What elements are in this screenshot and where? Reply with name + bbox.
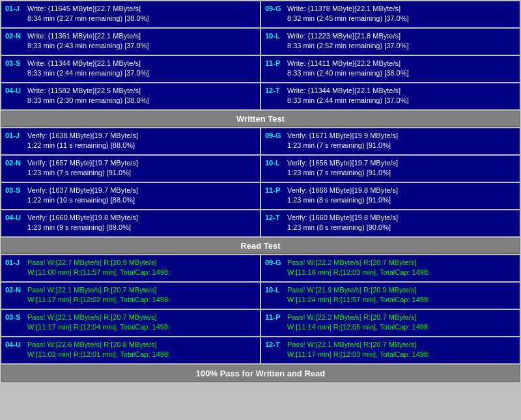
write-grid: 01-J Write: {11645 MByte}[22.7 MByte/s] … (1, 1, 520, 109)
device-id-09g-v: 09-G (265, 131, 285, 141)
device-id-03s-w: 03-S (5, 59, 25, 68)
device-id-12t-v: 12-T (265, 213, 285, 223)
verify-row-11p: 11-P Verify: {1666 MByte}[19.8 MByte/s] … (261, 183, 520, 209)
verify-content-09g: Verify: {1671 MByte}[19.9 MByte/s] 1:23 … (287, 131, 398, 151)
pass-content-01j: Pass! W:[22.7 MByte/s] R:[20.9 MByte/s] … (27, 258, 170, 278)
write-content-01j: Write: {11645 MByte}[22.7 MByte/s] 8:34 … (27, 4, 148, 24)
pass-content-09g: Pass! W:[22.2 MByte/s] R:[20.7 MByte/s] … (287, 258, 430, 278)
verify-content-10l: Verify: {1656 MByte}[19.7 MByte/s] 1:23 … (287, 158, 398, 178)
device-id-11p-v: 11-P (265, 186, 285, 195)
pass-row-12t: 12-T Pass! W:[22.1 MByte/s] R:[20.7 MByt… (261, 337, 520, 363)
pass-row-03s: 03-S Pass! W:[22.1 MByte/s] R:[20.7 MByt… (1, 310, 260, 336)
pass-row-09g: 09-G Pass! W:[22.2 MByte/s] R:[20.7 MByt… (261, 255, 520, 281)
device-id-10l-w: 10-L (265, 31, 285, 41)
verify-row-03s: 03-S Verify: {1637 MByte}[19.7 MByte/s] … (1, 183, 260, 209)
bottom-status-bar: 100% Pass for Written and Read (1, 365, 520, 382)
device-id-10l-p: 10-L (265, 285, 285, 295)
verify-row-12t: 12-T Verify: {1660 MByte}[19.8 MByte/s] … (261, 210, 520, 236)
verify-section: 01-J Verify: {1638 MByte}[19.7 MByte/s] … (1, 128, 520, 236)
write-content-04u: Write: {11582 MByte}[22.5 MByte/s] 8:33 … (27, 86, 148, 106)
device-id-02n-p: 02-N (5, 285, 25, 295)
pass-content-10l: Pass! W:[21.9 MByte/s] R:[20.9 MByte/s] … (287, 285, 430, 305)
pass-row-04u: 04-U Pass! W:[22.6 MByte/s] R:[20.8 MByt… (1, 337, 260, 363)
pass-content-04u: Pass! W:[22.6 MByte/s] R:[20.8 MByte/s] … (27, 340, 170, 360)
device-id-04u-p: 04-U (5, 340, 25, 350)
main-container: 01-J Write: {11645 MByte}[22.7 MByte/s] … (0, 0, 521, 384)
verify-content-03s: Verify: {1637 MByte}[19.7 MByte/s] 1:22 … (27, 186, 138, 206)
pass-left-col: 01-J Pass! W:[22.7 MByte/s] R:[20.9 MByt… (1, 255, 260, 363)
write-content-10l: Write: {11223 MByte}[21.8 MByte/s] 8:33 … (287, 31, 408, 51)
verify-content-02n: Verify: {1657 MByte}[19.7 MByte/s] 1:23 … (27, 158, 138, 178)
verify-content-04u: Verify: {1660 MByte}[19.8 MByte/s] 1:23 … (27, 213, 138, 233)
verify-row-04u: 04-U Verify: {1660 MByte}[19.8 MByte/s] … (1, 210, 260, 236)
write-right-col: 09-G Write: {11378 MByte}[22.1 MByte/s] … (261, 1, 520, 109)
device-id-10l-v: 10-L (265, 158, 285, 168)
verify-right-col: 09-G Verify: {1671 MByte}[19.9 MByte/s] … (261, 128, 520, 236)
write-row-09g: 09-G Write: {11378 MByte}[22.1 MByte/s] … (261, 1, 520, 27)
verify-grid: 01-J Verify: {1638 MByte}[19.7 MByte/s] … (1, 128, 520, 236)
written-test-header: Written Test (1, 111, 520, 127)
device-id-09g-p: 09-G (265, 258, 285, 268)
write-row-03s: 03-S Write: {11344 MByte}[22.1 MByte/s] … (1, 56, 260, 82)
device-id-01j-p: 01-J (5, 258, 25, 268)
pass-row-01j: 01-J Pass! W:[22.7 MByte/s] R:[20.9 MByt… (1, 255, 260, 281)
pass-content-12t: Pass! W:[22.1 MByte/s] R:[20.7 MByte/s] … (287, 340, 430, 360)
device-id-09g-w: 09-G (265, 4, 285, 14)
write-row-01j: 01-J Write: {11645 MByte}[22.7 MByte/s] … (1, 1, 260, 27)
write-row-11p: 11-P Write: {11411 MByte}[22.2 MByte/s] … (261, 56, 520, 82)
verify-content-11p: Verify: {1666 MByte}[19.8 MByte/s] 1:23 … (287, 186, 398, 206)
pass-content-02n: Pass! W:[22.1 MByte/s] R:[20.7 MByte/s] … (27, 285, 170, 305)
write-row-02n: 02-N Write: {11361 MByte}[22.1 MByte/s] … (1, 29, 260, 55)
write-content-02n: Write: {11361 MByte}[22.1 MByte/s] 8:33 … (27, 31, 148, 51)
device-id-02n-v: 02-N (5, 158, 25, 168)
write-content-03s: Write: {11344 MByte}[22.1 MByte/s] 8:33 … (27, 59, 148, 79)
pass-row-11p: 11-P Pass! W:[22.2 MByte/s] R:[20.7 MByt… (261, 310, 520, 336)
write-content-12t: Write: {11344 MByte}[22.1 MByte/s] 8:33 … (287, 86, 408, 106)
pass-content-03s: Pass! W:[22.1 MByte/s] R:[20.7 MByte/s] … (27, 313, 170, 333)
write-content-09g: Write: {11378 MByte}[22.1 MByte/s] 8:32 … (287, 4, 408, 24)
write-row-10l: 10-L Write: {11223 MByte}[21.8 MByte/s] … (261, 29, 520, 55)
pass-grid: 01-J Pass! W:[22.7 MByte/s] R:[20.9 MByt… (1, 255, 520, 363)
device-id-01j-w: 01-J (5, 4, 25, 14)
read-test-header: Read Test (1, 238, 520, 254)
verify-content-12t: Verify: {1660 MByte}[19.8 MByte/s] 1:23 … (287, 213, 398, 233)
verify-content-01j: Verify: {1638 MByte}[19.7 MByte/s] 1:22 … (27, 131, 138, 151)
write-content-11p: Write: {11411 MByte}[22.2 MByte/s] 8:33 … (287, 59, 408, 79)
pass-row-02n: 02-N Pass! W:[22.1 MByte/s] R:[20.7 MByt… (1, 283, 260, 309)
verify-row-01j: 01-J Verify: {1638 MByte}[19.7 MByte/s] … (1, 128, 260, 154)
device-id-11p-p: 11-P (265, 313, 285, 322)
verify-row-10l: 10-L Verify: {1656 MByte}[19.7 MByte/s] … (261, 156, 520, 182)
device-id-11p-w: 11-P (265, 59, 285, 68)
write-row-12t: 12-T Write: {11344 MByte}[22.1 MByte/s] … (261, 83, 520, 109)
verify-left-col: 01-J Verify: {1638 MByte}[19.7 MByte/s] … (1, 128, 260, 236)
device-id-03s-p: 03-S (5, 313, 25, 322)
device-id-03s-v: 03-S (5, 186, 25, 195)
write-section: 01-J Write: {11645 MByte}[22.7 MByte/s] … (1, 1, 520, 109)
device-id-01j-v: 01-J (5, 131, 25, 141)
device-id-12t-w: 12-T (265, 86, 285, 96)
device-id-02n-w: 02-N (5, 31, 25, 41)
pass-section: 01-J Pass! W:[22.7 MByte/s] R:[20.9 MByt… (1, 255, 520, 363)
device-id-12t-p: 12-T (265, 340, 285, 350)
pass-row-10l: 10-L Pass! W:[21.9 MByte/s] R:[20.9 MByt… (261, 283, 520, 309)
verify-row-09g: 09-G Verify: {1671 MByte}[19.9 MByte/s] … (261, 128, 520, 154)
verify-row-02n: 02-N Verify: {1657 MByte}[19.7 MByte/s] … (1, 156, 260, 182)
device-id-04u-w: 04-U (5, 86, 25, 96)
write-left-col: 01-J Write: {11645 MByte}[22.7 MByte/s] … (1, 1, 260, 109)
device-id-04u-v: 04-U (5, 213, 25, 223)
pass-right-col: 09-G Pass! W:[22.2 MByte/s] R:[20.7 MByt… (261, 255, 520, 363)
write-row-04u: 04-U Write: {11582 MByte}[22.5 MByte/s] … (1, 83, 260, 109)
pass-content-11p: Pass! W:[22.2 MByte/s] R:[20.7 MByte/s] … (287, 313, 430, 333)
